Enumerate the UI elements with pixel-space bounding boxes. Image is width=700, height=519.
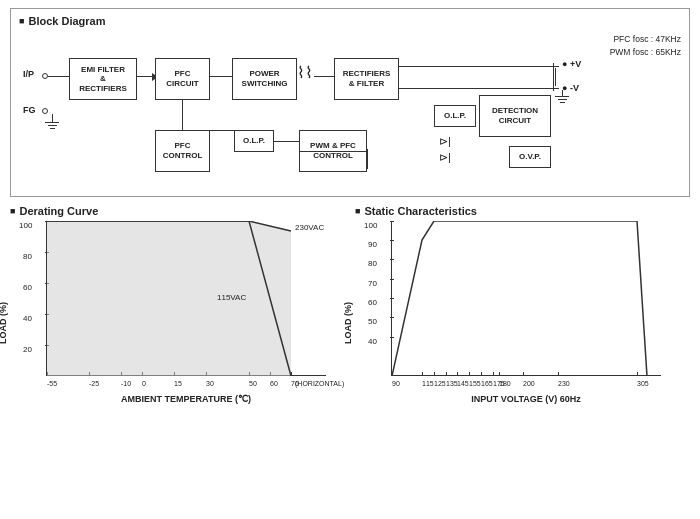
page: Block Diagram PFC fosc : 47KHz PWM fosc … [0, 0, 700, 519]
derating-title: Derating Curve [10, 205, 345, 217]
wire-v1 [182, 100, 183, 130]
plus-v-label: ● +V [562, 59, 581, 69]
static-chart: 100 90 80 70 60 50 40 90 [391, 221, 661, 376]
label-115vac: 115VAC [217, 293, 246, 302]
pfc-control-box: PFCCONTROL [155, 130, 210, 172]
y-tick-100: 100 [19, 221, 32, 230]
pfc-circuit-box: PFCCIRCUIT [155, 58, 210, 100]
cap-plate [555, 68, 556, 86]
derating-y-label: LOAD (%) [0, 302, 8, 344]
wire-output-bot [399, 88, 559, 89]
static-title: Static Characteristics [355, 205, 690, 217]
block-diagram-title: Block Diagram [19, 15, 681, 27]
ground-symbol [45, 114, 59, 129]
static-section: Static Characteristics LOAD (%) 100 90 8… [355, 205, 690, 424]
fg-label: FG [23, 105, 36, 115]
olp2-box: O.L.P. [234, 130, 274, 152]
power-switching-box: POWERSWITCHING [232, 58, 297, 100]
olp1-box: O.L.P. [434, 105, 476, 127]
wire-ip-emi [48, 76, 69, 77]
transformer-symbol: ⌇⌇ [297, 63, 313, 82]
svg-marker-0 [47, 221, 291, 376]
derating-section: Derating Curve LOAD (%) 100 80 60 40 20 [10, 205, 345, 424]
wire-pfc-pwrsw [210, 76, 232, 77]
output-ground [555, 90, 569, 103]
wire-bot-h [299, 151, 367, 152]
cap-left [553, 63, 559, 91]
detection-box: DETECTIONCIRCUIT [479, 95, 551, 137]
static-svg [392, 221, 662, 376]
block-diagram-inner: PFC fosc : 47KHz PWM fosc : 65KHz I/P FG… [19, 33, 681, 188]
ovp-box: O.V.P. [509, 146, 551, 168]
block-diagram-section: Block Diagram PFC fosc : 47KHz PWM fosc … [10, 8, 690, 197]
emi-box: EMI FILTER& RECTIFIERS [69, 58, 137, 100]
derating-svg [47, 221, 327, 376]
wire-transformer-rect [314, 76, 334, 77]
derating-chart: 100 80 60 40 20 -55 -25 [46, 221, 326, 376]
diode-symbol2: ⊳| [439, 151, 451, 164]
static-y-label: LOAD (%) [343, 302, 353, 344]
derating-x-label: AMBIENT TEMPERATURE (℃) [46, 394, 326, 404]
label-230vac: 230VAC [295, 223, 324, 232]
wire-output-top [399, 66, 559, 67]
pfc-note: PFC fosc : 47KHz PWM fosc : 65KHz [610, 33, 681, 59]
wire-olp-pwm [274, 141, 299, 142]
diode-symbol1: ⊳| [439, 135, 451, 148]
bottom-section: Derating Curve LOAD (%) 100 80 60 40 20 [10, 205, 690, 424]
wire-vert-bot [367, 149, 368, 169]
static-x-label: INPUT VOLTAGE (V) 60Hz [391, 394, 661, 404]
horizontal-label: (HORIZONTAL) [295, 380, 344, 387]
wire-olp-h [210, 130, 234, 131]
rect-filter-box: RECTIFIERS& FILTER [334, 58, 399, 100]
ip-label: I/P [23, 69, 34, 79]
